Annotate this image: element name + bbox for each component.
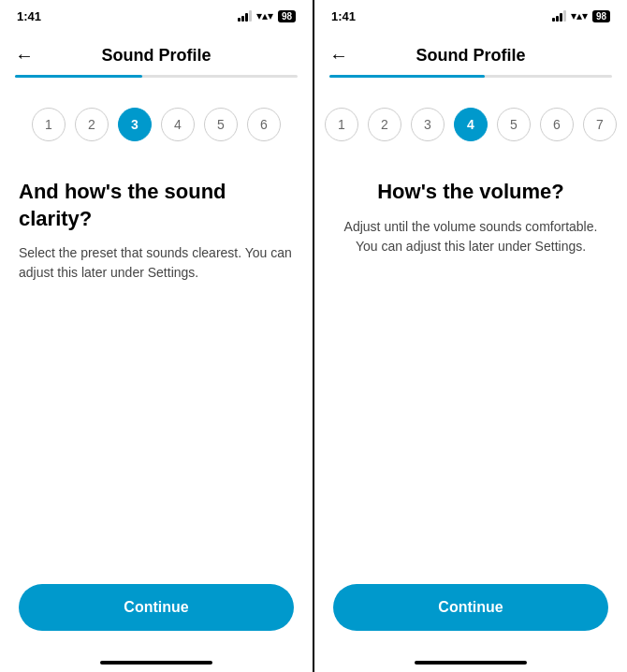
status-time-left: 1:41 (17, 9, 41, 23)
status-bar-right: 1:41 ▾▴▾ 98 (314, 0, 627, 30)
heading-left: And how's the sound clarity? (19, 179, 294, 232)
step-3-left[interactable]: 3 (118, 108, 152, 141)
step-indicators-left: 1 2 3 4 5 6 (0, 108, 313, 141)
back-button-left[interactable]: ← (15, 45, 34, 66)
step-indicators-right: 1 2 3 4 5 6 7 (314, 108, 627, 141)
step-7-right[interactable]: 7 (583, 108, 617, 141)
signal-icon-right (552, 10, 566, 22)
step-5-right[interactable]: 5 (497, 108, 531, 141)
signal-icon-left (238, 10, 252, 22)
nav-bar-right: ← Sound Profile (314, 30, 627, 75)
left-panel: 1:41 ▾▴▾ 98 ← Sound Profile 1 2 3 4 5 6 … (0, 0, 313, 672)
progress-fill-left (15, 75, 142, 78)
step-3-right[interactable]: 3 (411, 108, 445, 141)
step-4-right[interactable]: 4 (454, 108, 488, 141)
progress-bar-left (15, 75, 298, 78)
status-bar-left: 1:41 ▾▴▾ 98 (0, 0, 313, 30)
status-time-right: 1:41 (331, 9, 356, 23)
battery-right: 98 (592, 10, 610, 22)
wifi-icon-right: ▾▴▾ (571, 9, 588, 22)
step-4-left[interactable]: 4 (161, 108, 195, 141)
content-right: How's the volume? Adjust until the volum… (314, 164, 627, 573)
step-6-left[interactable]: 6 (247, 108, 281, 141)
subtext-right: Adjust until the volume sounds comfortab… (333, 217, 608, 256)
step-1-left[interactable]: 1 (32, 108, 66, 141)
home-bar-right (415, 661, 527, 665)
heading-right: How's the volume? (333, 179, 608, 206)
continue-wrap-left: Continue (0, 573, 313, 653)
progress-bar-right (329, 75, 612, 78)
home-bar-left (100, 661, 212, 665)
home-indicator-right (314, 653, 627, 672)
back-button-right[interactable]: ← (329, 45, 348, 66)
status-icons-right: ▾▴▾ 98 (552, 9, 610, 22)
continue-button-right[interactable]: Continue (333, 584, 608, 631)
status-icons-left: ▾▴▾ 98 (238, 9, 296, 22)
home-indicator-left (0, 653, 313, 672)
step-2-left[interactable]: 2 (75, 108, 109, 141)
wifi-icon-left: ▾▴▾ (256, 9, 273, 22)
step-1-right[interactable]: 1 (325, 108, 358, 141)
step-6-right[interactable]: 6 (540, 108, 574, 141)
battery-left: 98 (278, 10, 296, 22)
progress-fill-right (329, 75, 485, 78)
step-5-left[interactable]: 5 (204, 108, 238, 141)
continue-wrap-right: Continue (314, 573, 627, 653)
nav-title-left: Sound Profile (102, 46, 211, 66)
continue-button-left[interactable]: Continue (19, 584, 294, 631)
step-2-right[interactable]: 2 (368, 108, 401, 141)
content-left: And how's the sound clarity? Select the … (0, 164, 313, 573)
nav-title-right: Sound Profile (416, 46, 526, 66)
nav-bar-left: ← Sound Profile (0, 30, 313, 75)
subtext-left: Select the preset that sounds clearest. … (19, 243, 294, 283)
right-panel: 1:41 ▾▴▾ 98 ← Sound Profile 1 2 3 4 5 6 … (314, 0, 627, 672)
